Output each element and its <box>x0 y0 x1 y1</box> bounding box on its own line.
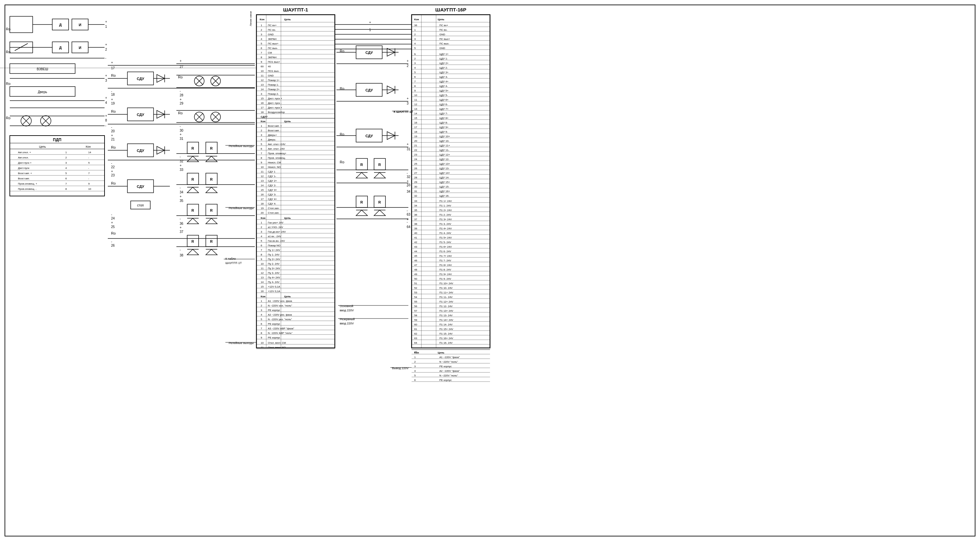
svg-text:26: 26 <box>414 167 417 170</box>
svg-text:П1 1- 24V: П1 1- 24V <box>439 204 452 207</box>
svg-text:+12V 0,1А: +12V 0,1А <box>268 285 280 288</box>
svg-text:27: 27 <box>180 65 184 68</box>
svg-text:СДУ 4-: СДУ 4- <box>268 202 276 205</box>
svg-text:ЦДУ 13-: ЦДУ 13- <box>439 167 450 170</box>
svg-text:Пров. оповещ+: Пров. оповещ+ <box>268 152 286 155</box>
svg-text:30: 30 <box>180 129 184 132</box>
svg-text:19: 19 <box>111 102 115 105</box>
svg-text:49: 49 <box>414 273 417 276</box>
svg-text:+: + <box>407 142 409 146</box>
svg-text:Газ.дн.вх+ 24V: Газ.дн.вх+ 24V <box>268 230 286 233</box>
svg-text:Газ.вх.вх- 24V: Газ.вх.вх- 24V <box>268 239 285 242</box>
svg-text:Авт.откл. +: Авт.откл. + <box>18 151 31 154</box>
svg-text:+: + <box>180 164 181 167</box>
svg-text:+: + <box>369 21 371 24</box>
svg-text:2: 2 <box>414 360 416 363</box>
svg-text:+: + <box>407 59 409 63</box>
svg-text:36: 36 <box>414 213 417 216</box>
svg-text:4: 4 <box>65 167 67 170</box>
svg-text:+: + <box>180 59 181 63</box>
svg-text:П1 10- 24V: П1 10- 24V <box>439 286 453 290</box>
svg-text:43: 43 <box>414 245 417 248</box>
svg-text:Ro: Ro <box>6 27 10 31</box>
svg-text:13: 13 <box>261 179 264 182</box>
svg-text:5: 5 <box>261 239 262 242</box>
svg-text:ЦДУ 7+: ЦДУ 7+ <box>439 108 449 110</box>
svg-text:31: 31 <box>180 137 184 140</box>
svg-text:П1 4- 24V: П1 4- 24V <box>439 232 452 235</box>
svg-text:14: 14 <box>261 88 264 91</box>
svg-text:2: 2 <box>261 29 262 31</box>
svg-text:4: 4 <box>105 101 107 105</box>
svg-text:7: 7 <box>88 172 90 175</box>
svg-text:+: + <box>105 74 107 78</box>
svg-text:1: 1 <box>65 151 67 154</box>
svg-text:18: 18 <box>261 202 264 205</box>
svg-text:-: - <box>180 186 181 189</box>
svg-text:29: 29 <box>180 102 184 105</box>
svg-text:Основной: Основной <box>340 304 353 308</box>
svg-text:2: 2 <box>407 64 409 68</box>
svg-text:ПС вых-: ПС вых- <box>439 42 450 45</box>
svg-text:Пожар NO: Пожар NO <box>268 244 281 247</box>
svg-text:СДУ: СДУ <box>366 51 373 54</box>
svg-text:+12V 0,1А: +12V 0,1А <box>268 290 280 293</box>
svg-text:7: 7 <box>261 51 262 54</box>
svg-text:Ro: Ro <box>111 181 116 185</box>
svg-text:ЦДУ 11-: ЦДУ 11- <box>439 149 450 151</box>
svg-text:П1 5- 24V: П1 5- 24V <box>439 241 452 244</box>
svg-text:РЕ корпус: РЕ корпус <box>268 323 280 325</box>
svg-text:R: R <box>191 208 194 212</box>
svg-text:25: 25 <box>111 225 115 229</box>
svg-text:5: 5 <box>414 374 416 377</box>
svg-text:СДУ: СДУ <box>137 149 145 153</box>
svg-text:СДУ: СДУ <box>137 77 145 81</box>
svg-text:Линия связи: Линия связи <box>249 11 252 26</box>
svg-text:8: 8 <box>105 119 107 122</box>
svg-text:СДУ 1-: СДУ 1- <box>268 175 276 178</box>
svg-text:И: И <box>79 23 81 27</box>
svg-text:ЦДУ 10+: ЦДУ 10+ <box>439 135 450 138</box>
svg-text:-: - <box>105 56 106 60</box>
svg-text:32: 32 <box>414 194 417 197</box>
svg-text:1: 1 <box>261 221 262 224</box>
svg-text:16: 16 <box>261 102 264 105</box>
svg-text:ЦДУ 8-: ЦДУ 8- <box>439 121 448 124</box>
svg-text:R: R <box>210 208 213 212</box>
svg-text:11: 11 <box>261 74 264 77</box>
svg-text:СДУ 2+: СДУ 2+ <box>268 179 277 182</box>
svg-text:14: 14 <box>261 281 264 283</box>
svg-text:19: 19 <box>261 207 264 210</box>
svg-text:R: R <box>210 146 213 150</box>
svg-text:44: 44 <box>414 250 417 253</box>
svg-text:R: R <box>210 239 213 243</box>
svg-text:ЭКРАН: ЭКРАН <box>268 56 277 59</box>
svg-text:31: 31 <box>414 190 417 193</box>
svg-text:ЭКРАН: ЭКРАН <box>268 38 277 40</box>
svg-text:Дист. пуск +: Дист. пуск + <box>268 97 282 100</box>
svg-text:17: 17 <box>261 198 264 200</box>
svg-text:N ~220V "ноль": N ~220V "ноль" <box>439 360 458 363</box>
main-diagram: Д И + 1 Ro Д И + 2 Ro - <box>0 0 980 541</box>
svg-text:22: 22 <box>111 165 115 169</box>
svg-text:8: 8 <box>261 253 262 256</box>
svg-text:Пожар 2+: Пожар 2+ <box>268 88 280 91</box>
svg-text:А1 ~220V "фаза": А1 ~220V "фаза" <box>439 356 460 359</box>
svg-text:1: 1 <box>261 24 262 27</box>
svg-text:28: 28 <box>414 176 417 179</box>
svg-text:Дверь-: Дверь- <box>268 138 276 141</box>
svg-text:П1 7+ 24V: П1 7+ 24V <box>439 255 452 258</box>
svg-text:А1 ~220V осн. фаза: А1 ~220V осн. фаза <box>268 299 293 302</box>
svg-text:12: 12 <box>261 175 264 178</box>
svg-text:N ~220V АВР "ноль": N ~220V АВР "ноль" <box>268 332 293 334</box>
svg-text:Авт. откл -24V: Авт. откл -24V <box>268 147 285 150</box>
svg-text:61: 61 <box>414 328 417 331</box>
svg-text:N ~220V осн. "ноль": N ~220V осн. "ноль" <box>268 304 292 307</box>
svg-text:-: - <box>88 156 89 159</box>
svg-text:Цепь: Цепь <box>438 18 444 21</box>
svg-text:10: 10 <box>414 94 417 97</box>
svg-text:П1 3+ 24V: П1 3+ 24V <box>439 218 452 221</box>
svg-text:9: 9 <box>261 60 262 64</box>
svg-text:ЦДУ 3+: ЦДУ 3+ <box>439 71 449 74</box>
svg-text:33: 33 <box>414 200 417 202</box>
